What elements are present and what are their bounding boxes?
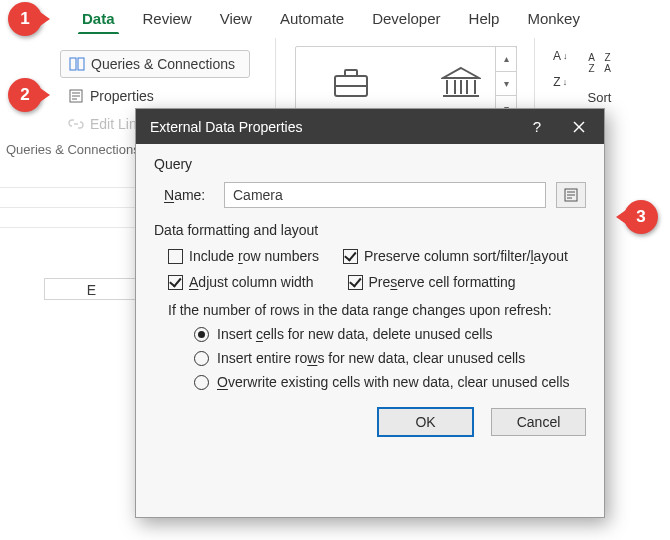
preserve-formatting-checkbox[interactable]: Preserve cell formatting xyxy=(348,274,516,290)
properties-icon xyxy=(68,88,84,104)
radio-insert-cells-label: Insert cells for new data, delete unused… xyxy=(217,326,493,342)
radio-overwrite-label: Overwrite existing cells with new data, … xyxy=(217,374,570,390)
adjust-width-label: Adjust column width xyxy=(189,274,314,290)
gallery-up-button[interactable]: ▴ xyxy=(495,46,517,72)
radio-icon xyxy=(194,351,209,366)
checkbox-icon xyxy=(348,275,363,290)
properties-button[interactable]: Properties xyxy=(60,84,180,108)
callout-1: 1 xyxy=(8,2,42,36)
close-button[interactable] xyxy=(558,109,600,144)
help-button[interactable]: ? xyxy=(516,109,558,144)
svg-rect-0 xyxy=(70,58,76,70)
briefcase-icon xyxy=(331,66,371,100)
svg-marker-9 xyxy=(443,68,479,78)
tab-help[interactable]: Help xyxy=(455,6,514,35)
dialog-titlebar[interactable]: External Data Properties ? xyxy=(136,109,604,144)
refresh-radio-group: Insert cells for new data, delete unused… xyxy=(194,326,586,390)
preserve-formatting-label: Preserve cell formatting xyxy=(369,274,516,290)
sort-label: Sort xyxy=(588,90,612,105)
grid-row xyxy=(0,188,144,208)
sort-desc-button[interactable]: Z↓ xyxy=(548,72,572,92)
radio-icon xyxy=(194,327,209,342)
svg-rect-7 xyxy=(345,70,357,76)
group-label-queries: Queries & Connections xyxy=(6,142,140,157)
grid-row xyxy=(0,208,144,228)
dialog-body: Query Name: Data formatting and layout I… xyxy=(136,144,604,450)
radio-overwrite[interactable]: Overwrite existing cells with new data, … xyxy=(194,374,586,390)
preserve-layout-label: Preserve column sort/filter/layout xyxy=(364,248,568,264)
external-data-properties-dialog: External Data Properties ? Query Name: D… xyxy=(135,108,605,518)
callout-2: 2 xyxy=(8,78,42,112)
tab-developer[interactable]: Developer xyxy=(358,6,454,35)
grid-row xyxy=(0,168,144,188)
include-row-numbers-checkbox[interactable]: Include row numbers xyxy=(168,248,319,264)
queries-icon xyxy=(69,56,85,72)
checkbox-icon xyxy=(168,249,183,264)
radio-icon xyxy=(194,375,209,390)
radio-insert-cells[interactable]: Insert cells for new data, delete unused… xyxy=(194,326,586,342)
queries-connections-label: Queries & Connections xyxy=(91,56,235,72)
tab-data[interactable]: Data xyxy=(68,6,129,35)
ribbon-tabs: Data Review View Automate Developer Help… xyxy=(68,6,594,35)
query-section-label: Query xyxy=(154,156,586,172)
queries-connections-button[interactable]: Queries & Connections xyxy=(60,50,250,78)
cancel-button[interactable]: Cancel xyxy=(491,408,586,436)
name-input[interactable] xyxy=(224,182,546,208)
tab-view[interactable]: View xyxy=(206,6,266,35)
gallery-down-button[interactable]: ▾ xyxy=(495,71,517,97)
ok-button[interactable]: OK xyxy=(378,408,473,436)
tab-review[interactable]: Review xyxy=(129,6,206,35)
callout-3: 3 xyxy=(624,200,658,234)
adjust-width-checkbox[interactable]: Adjust column width xyxy=(168,274,314,290)
svg-rect-1 xyxy=(78,58,84,70)
properties-label: Properties xyxy=(90,88,154,104)
radio-insert-rows[interactable]: Insert entire rows for new data, clear u… xyxy=(194,350,586,366)
sort-group: A↓ Z↓ AZ ZA Sort xyxy=(548,46,617,105)
query-properties-button[interactable] xyxy=(556,182,586,208)
checkbox-icon xyxy=(168,275,183,290)
institution-icon xyxy=(441,66,481,100)
tab-monkey[interactable]: Monkey xyxy=(513,6,594,35)
column-header-e[interactable]: E xyxy=(44,278,138,300)
refresh-note: If the number of rows in the data range … xyxy=(168,302,586,318)
formatting-section-label: Data formatting and layout xyxy=(154,222,586,238)
checkbox-icon xyxy=(343,249,358,264)
close-icon xyxy=(573,121,585,133)
name-label: Name: xyxy=(154,187,214,203)
include-row-numbers-label: Include row numbers xyxy=(189,248,319,264)
dialog-title: External Data Properties xyxy=(150,119,303,135)
sort-asc-button[interactable]: A↓ xyxy=(548,46,573,66)
sort-dialog-button[interactable]: AZ ZA xyxy=(583,46,617,80)
radio-insert-rows-label: Insert entire rows for new data, clear u… xyxy=(217,350,525,366)
properties-icon xyxy=(563,187,579,203)
tab-automate[interactable]: Automate xyxy=(266,6,358,35)
preserve-layout-checkbox[interactable]: Preserve column sort/filter/layout xyxy=(343,248,568,264)
edit-links-icon xyxy=(68,116,84,132)
